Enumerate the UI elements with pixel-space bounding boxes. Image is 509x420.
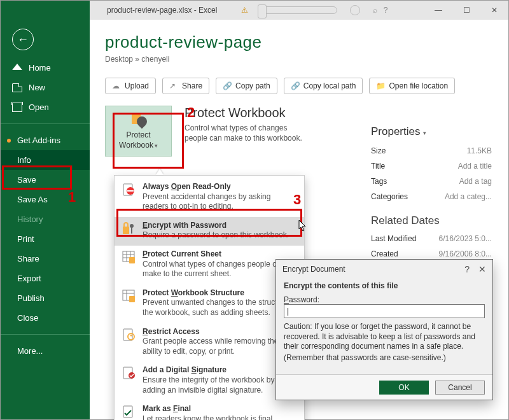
upload-icon: ☁ (112, 81, 121, 90)
back-button[interactable]: ← (12, 29, 34, 50)
remember-text: (Remember that passwords are case-sensit… (284, 353, 485, 362)
menu-mark-as-final[interactable]: Mark as FinalLet readers know the workbo… (115, 400, 304, 420)
prop-created: 9/16/2006 8:0... (439, 249, 492, 258)
nav-get-addins[interactable]: Get Add-ins (1, 130, 90, 150)
folder-icon: 📁 (376, 81, 385, 90)
bullet-icon (7, 139, 11, 143)
nav-publish[interactable]: Publish (1, 288, 90, 308)
protect-sheet-icon (121, 249, 136, 265)
prop-last-modified: 6/16/2023 5:0... (439, 234, 492, 243)
nav-new[interactable]: New (1, 78, 90, 97)
page-title: product-review-page (105, 32, 493, 52)
callout-2: 2 (187, 104, 195, 121)
protect-structure-icon (121, 288, 136, 304)
prop-title[interactable]: Add a title (458, 162, 492, 171)
account-icon[interactable] (350, 5, 360, 15)
prop-size: 11.5KB (467, 146, 492, 155)
warning-icon: ⚠ (241, 6, 248, 15)
nav-open[interactable]: Open (1, 97, 90, 117)
prop-categories[interactable]: Add a categ... (445, 192, 492, 201)
open-icon (12, 103, 22, 112)
upload-button[interactable]: ☁Upload (105, 78, 156, 94)
dialog-title: Encrypt Document (282, 265, 345, 274)
window-title: product-review-page.xlsx - Excel (106, 6, 217, 15)
link-icon: 🔗 (291, 81, 300, 90)
nav-home[interactable]: Home (1, 58, 90, 78)
cursor-icon (298, 220, 307, 232)
copy-local-path-button[interactable]: 🔗Copy local path (284, 78, 363, 94)
copy-path-button[interactable]: 🔗Copy path (216, 78, 277, 94)
nav-more[interactable]: More... (1, 341, 90, 361)
related-dates-header: Related Dates (371, 214, 492, 227)
callout-1: 1 (68, 189, 76, 206)
svg-rect-11 (129, 257, 135, 263)
home-icon (12, 64, 22, 70)
svg-rect-2 (127, 190, 134, 192)
read-only-icon (121, 182, 136, 197)
close-window-button[interactable]: ✕ (480, 1, 508, 20)
close-icon[interactable]: ✕ (478, 264, 486, 274)
properties-header[interactable]: Properties (371, 125, 420, 137)
callout-box-3 (116, 209, 302, 237)
svg-point-18 (130, 334, 132, 336)
ok-button[interactable]: OK (379, 381, 429, 395)
svg-rect-21 (123, 406, 132, 417)
dialog-heading: Encrypt the contents of this file (284, 281, 398, 290)
callout-3: 3 (293, 192, 301, 208)
help-icon[interactable]: ⌕ ? (373, 6, 401, 15)
nav-close[interactable]: Close (1, 308, 90, 328)
section-title: Protect Workbook (185, 106, 312, 120)
breadcrumb[interactable]: Desktop » chenyeli (105, 55, 493, 64)
nav-share[interactable]: Share (1, 249, 90, 269)
cancel-button[interactable]: Cancel (435, 381, 485, 395)
new-icon (12, 83, 22, 92)
section-description: Control what types of changes people can… (185, 123, 312, 143)
search-pill[interactable] (261, 6, 337, 14)
prop-tags[interactable]: Add a tag (459, 177, 492, 186)
arrow-left-icon: ← (17, 33, 29, 46)
mark-final-icon (121, 404, 136, 419)
properties-panel: Properties ▾ Size11.5KB TitleAdd a title… (371, 125, 492, 277)
share-icon: ↗ (169, 81, 178, 90)
open-file-location-button[interactable]: 📁Open file location (369, 78, 455, 94)
password-label: Password: (284, 295, 485, 304)
restrict-access-icon (121, 327, 136, 342)
encrypt-document-dialog: Encrypt Document ?✕ Encrypt the contents… (275, 259, 493, 400)
nav-save-as[interactable]: Save As (1, 190, 90, 209)
nav-export[interactable]: Export (1, 269, 90, 288)
nav-history: History (1, 209, 90, 229)
maximize-button[interactable]: ☐ (452, 1, 480, 20)
signature-icon (121, 365, 136, 381)
minimize-button[interactable]: — (424, 1, 452, 20)
callout-box-1 (2, 165, 72, 190)
password-input[interactable] (284, 304, 485, 318)
backstage-sidebar: ← Home New Open Get Add-ins Info Save Sa… (1, 1, 90, 419)
callout-box-2 (113, 113, 184, 169)
svg-rect-15 (129, 296, 135, 302)
caution-text: Caution: If you lose or forget the passw… (284, 322, 485, 352)
nav-print[interactable]: Print (1, 229, 90, 249)
chevron-down-icon: ▾ (423, 130, 426, 136)
link-icon: 🔗 (223, 81, 232, 90)
share-button[interactable]: ↗Share (162, 78, 209, 94)
dropdown-arrow (156, 169, 164, 175)
help-icon[interactable]: ? (464, 264, 470, 274)
